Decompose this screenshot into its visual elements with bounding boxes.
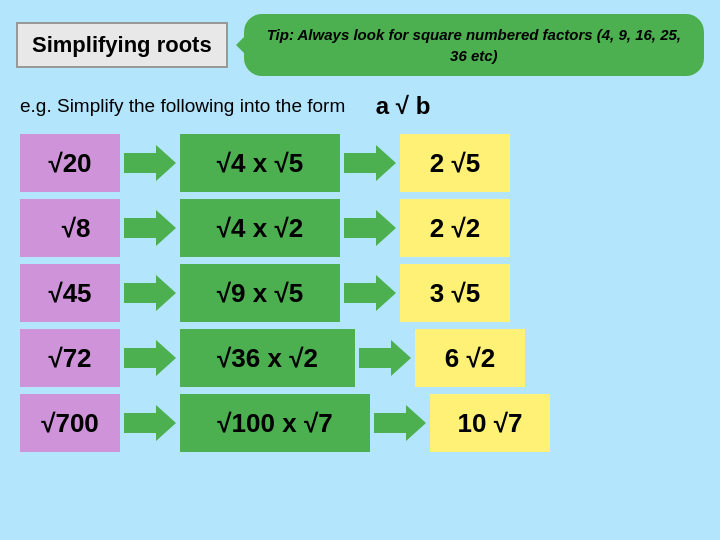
output-value-3: 6 √2 bbox=[445, 343, 495, 374]
svg-marker-3 bbox=[344, 210, 396, 246]
output-value-2: 3 √5 bbox=[430, 278, 480, 309]
input-value-3: √72 bbox=[48, 343, 91, 374]
table-row: √45 √9 x √5 3 √5 bbox=[20, 264, 700, 322]
arrow-0 bbox=[120, 134, 180, 192]
input-cell-0: √20 bbox=[20, 134, 120, 192]
input-cell-4: √700 bbox=[20, 394, 120, 452]
arrow-mid-3 bbox=[355, 329, 415, 387]
middle-cell-1: √4 x √2 bbox=[180, 199, 340, 257]
middle-cell-4: √100 x √7 bbox=[180, 394, 370, 452]
middle-value-0: √4 x √5 bbox=[217, 148, 303, 179]
output-value-1: 2 √2 bbox=[430, 213, 480, 244]
output-cell-1: 2 √2 bbox=[400, 199, 510, 257]
middle-value-1: √4 x √2 bbox=[217, 213, 303, 244]
simplify-grid: √20 √4 x √5 2 √5 √8 √4 x √2 bbox=[0, 132, 720, 452]
table-row: √8 √4 x √2 2 √2 bbox=[20, 199, 700, 257]
output-cell-2: 3 √5 bbox=[400, 264, 510, 322]
arrow-mid-4 bbox=[370, 394, 430, 452]
table-row: √20 √4 x √5 2 √5 bbox=[20, 134, 700, 192]
table-row: √700 √100 x √7 10 √7 bbox=[20, 394, 700, 452]
input-cell-3: √72 bbox=[20, 329, 120, 387]
middle-cell-0: √4 x √5 bbox=[180, 134, 340, 192]
table-row: √72 √36 x √2 6 √2 bbox=[20, 329, 700, 387]
input-value-4: √700 bbox=[41, 408, 99, 439]
output-cell-0: 2 √5 bbox=[400, 134, 510, 192]
input-cell-1: √8 bbox=[20, 199, 120, 257]
example-text: e.g. Simplify the following into the for… bbox=[20, 95, 345, 117]
middle-cell-3: √36 x √2 bbox=[180, 329, 355, 387]
svg-marker-6 bbox=[124, 340, 176, 376]
svg-marker-2 bbox=[124, 210, 176, 246]
output-value-4: 10 √7 bbox=[458, 408, 523, 439]
output-value-0: 2 √5 bbox=[430, 148, 480, 179]
svg-marker-4 bbox=[124, 275, 176, 311]
svg-marker-7 bbox=[359, 340, 411, 376]
svg-marker-8 bbox=[124, 405, 176, 441]
arrow-mid-1 bbox=[340, 199, 400, 257]
output-cell-3: 6 √2 bbox=[415, 329, 525, 387]
arrow-mid-0 bbox=[340, 134, 400, 192]
svg-marker-9 bbox=[374, 405, 426, 441]
middle-value-4: √100 x √7 bbox=[217, 408, 332, 439]
middle-value-3: √36 x √2 bbox=[217, 343, 318, 374]
output-cell-4: 10 √7 bbox=[430, 394, 550, 452]
svg-marker-5 bbox=[344, 275, 396, 311]
tip-bubble: Tip: Always look for square numbered fac… bbox=[244, 14, 704, 76]
arrow-4 bbox=[120, 394, 180, 452]
input-value-0: √20 bbox=[48, 148, 91, 179]
header-row: Simplifying roots Tip: Always look for s… bbox=[0, 0, 720, 86]
input-cell-2: √45 bbox=[20, 264, 120, 322]
arrow-1 bbox=[120, 199, 180, 257]
example-row: e.g. Simplify the following into the for… bbox=[0, 86, 720, 132]
input-value-1: √8 bbox=[62, 213, 91, 244]
arrow-2 bbox=[120, 264, 180, 322]
tip-label: Tip: bbox=[267, 26, 294, 43]
input-value-2: √45 bbox=[48, 278, 91, 309]
title-box: Simplifying roots bbox=[16, 22, 228, 68]
arrow-3 bbox=[120, 329, 180, 387]
form-expression: a √ b bbox=[368, 90, 439, 122]
tip-text: Always look for square numbered factors … bbox=[298, 26, 681, 64]
page-title: Simplifying roots bbox=[32, 32, 212, 57]
middle-value-2: √9 x √5 bbox=[217, 278, 303, 309]
svg-marker-0 bbox=[124, 145, 176, 181]
svg-marker-1 bbox=[344, 145, 396, 181]
middle-cell-2: √9 x √5 bbox=[180, 264, 340, 322]
arrow-mid-2 bbox=[340, 264, 400, 322]
